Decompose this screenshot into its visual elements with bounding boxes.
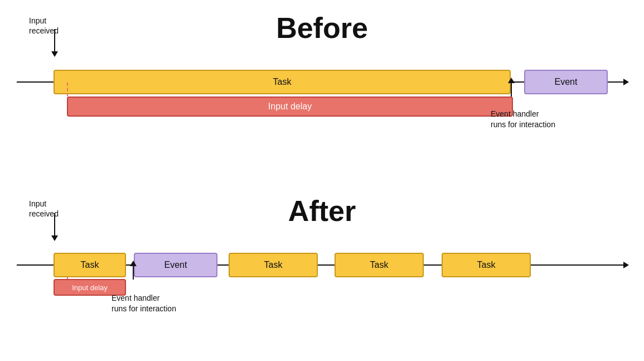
before-event-box: Event	[524, 70, 608, 94]
after-event-handler-arrow	[133, 265, 134, 280]
after-task2-box: Task	[229, 253, 318, 277]
after-task1-box: Task	[54, 253, 126, 277]
before-input-arrow-down	[54, 29, 55, 52]
after-task3-box: Task	[335, 253, 424, 277]
after-task4-box: Task	[442, 253, 531, 277]
before-event-handler-arrow	[511, 82, 512, 97]
after-input-arrow-down	[54, 213, 55, 237]
before-dotted-line	[67, 83, 68, 97]
after-event-box: Event	[134, 253, 217, 277]
before-event-handler-label: Event handler runs for interaction	[491, 98, 555, 131]
after-event-handler-label: Event handler runs for interaction	[112, 282, 176, 315]
after-title: After	[0, 194, 644, 228]
before-task-box: Task	[54, 70, 511, 94]
after-dotted-line	[67, 277, 68, 279]
before-input-delay-box: Input delay	[67, 97, 513, 117]
before-title: Before	[0, 11, 644, 45]
diagram-container: Before Input received Task Event Input d…	[0, 0, 644, 361]
